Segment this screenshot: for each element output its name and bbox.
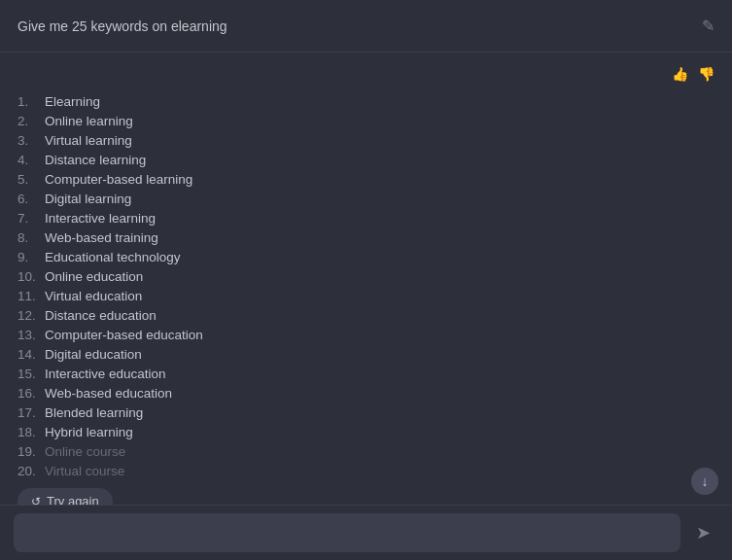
item-text: Virtual learning xyxy=(45,133,132,148)
item-text: Educational technology xyxy=(45,250,181,264)
item-number: 5. xyxy=(17,172,45,187)
list-item: 14.Digital education xyxy=(17,344,715,364)
keyword-list: 1.Elearning2.Online learning3.Virtual le… xyxy=(17,91,715,480)
feedback-icons: 👍 👎 xyxy=(672,66,715,82)
list-item: 9.Educational technology xyxy=(17,247,715,266)
item-number: 19. xyxy=(17,444,45,459)
list-item: 2.Online learning xyxy=(17,111,715,130)
item-number: 1. xyxy=(17,94,45,109)
item-text: Hybrid learning xyxy=(45,425,133,439)
list-item: 12.Distance education xyxy=(17,305,715,325)
main-content: 👍 👎 1.Elearning2.Online learning3.Virtua… xyxy=(0,52,732,505)
list-item: 7.Interactive learning xyxy=(17,208,715,228)
item-number: 9. xyxy=(17,250,45,264)
list-item: 1.Elearning xyxy=(17,91,715,111)
thumbs-up-icon[interactable]: 👍 xyxy=(672,66,688,82)
item-text: Virtual course xyxy=(45,464,124,478)
item-text: Distance education xyxy=(45,308,157,323)
item-number: 10. xyxy=(17,269,45,284)
header-title: Give me 25 keywords on elearning xyxy=(17,18,227,34)
list-item: 17.Blended learning xyxy=(17,402,715,422)
item-number: 3. xyxy=(17,133,45,148)
list-item: 3.Virtual learning xyxy=(17,130,715,150)
list-item: 4.Distance learning xyxy=(17,150,715,169)
header: Give me 25 keywords on elearning ✎ xyxy=(0,0,732,52)
item-number: 18. xyxy=(17,425,45,439)
list-item: 11.Virtual education xyxy=(17,286,715,305)
item-number: 17. xyxy=(17,405,45,420)
item-text: Online learning xyxy=(45,114,133,128)
item-number: 14. xyxy=(17,347,45,362)
scroll-down-icon: ↓ xyxy=(702,473,709,489)
item-text: Elearning xyxy=(45,94,100,109)
item-number: 2. xyxy=(17,114,45,128)
item-number: 15. xyxy=(17,367,45,381)
item-text: Interactive learning xyxy=(45,211,156,226)
item-number: 20. xyxy=(17,464,45,478)
edit-icon[interactable]: ✎ xyxy=(702,17,715,35)
item-number: 12. xyxy=(17,308,45,323)
send-button[interactable]: ➤ xyxy=(688,518,718,547)
list-item: 13.Computer-based education xyxy=(17,325,715,344)
item-text: Web-based education xyxy=(45,386,172,401)
list-item: 20.Virtual course xyxy=(17,461,715,480)
scroll-down-button[interactable]: ↓ xyxy=(691,468,718,495)
try-again-button[interactable]: ↺ Try again xyxy=(17,488,113,505)
item-text: Virtual education xyxy=(45,289,142,303)
item-number: 4. xyxy=(17,153,45,167)
try-again-label: Try again xyxy=(47,494,99,505)
item-number: 11. xyxy=(17,289,45,303)
item-text: Blended learning xyxy=(45,405,143,420)
item-text: Digital education xyxy=(45,347,142,362)
footer: ➤ xyxy=(0,505,732,560)
item-text: Online course xyxy=(45,444,125,459)
list-item: 8.Web-based training xyxy=(17,228,715,247)
list-item: 15.Interactive education xyxy=(17,364,715,383)
item-text: Online education xyxy=(45,269,143,284)
list-item: 19.Online course xyxy=(17,441,715,461)
send-icon: ➤ xyxy=(696,522,711,543)
thumbs-down-icon[interactable]: 👎 xyxy=(698,66,715,82)
item-number: 8. xyxy=(17,230,45,245)
item-text: Interactive education xyxy=(45,367,166,381)
list-item: 10.Online education xyxy=(17,266,715,286)
list-item: 18.Hybrid learning xyxy=(17,422,715,441)
list-item: 16.Web-based education xyxy=(17,383,715,402)
item-number: 16. xyxy=(17,386,45,401)
item-text: Distance learning xyxy=(45,153,146,167)
chat-input[interactable] xyxy=(14,513,680,552)
item-text: Computer-based learning xyxy=(45,172,192,187)
list-item: 5.Computer-based learning xyxy=(17,169,715,189)
item-text: Digital learning xyxy=(45,192,131,206)
item-text: Web-based training xyxy=(45,230,158,245)
item-number: 7. xyxy=(17,211,45,226)
item-number: 6. xyxy=(17,192,45,206)
list-item: 6.Digital learning xyxy=(17,189,715,208)
response-header: 👍 👎 xyxy=(17,66,715,82)
item-number: 13. xyxy=(17,328,45,342)
try-again-icon: ↺ xyxy=(31,495,41,506)
item-text: Computer-based education xyxy=(45,328,203,342)
